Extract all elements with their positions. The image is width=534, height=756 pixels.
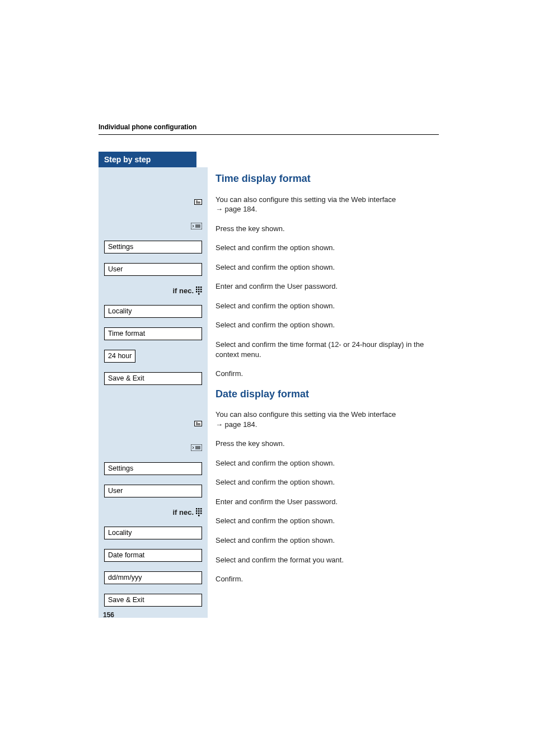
- left-column: SettingsUserif nec.LocalityTime format24…: [99, 167, 208, 618]
- step-description: Select and confirm the option shown.: [216, 536, 439, 546]
- menu-option: Settings: [104, 241, 202, 253]
- if-nec-row: if nec.: [104, 285, 202, 295]
- menu-option: Save & Exit: [104, 594, 202, 607]
- step-description: Select and confirm the option shown.: [216, 477, 439, 487]
- section-label: Individual phone configuration: [99, 123, 439, 134]
- menu-option: 24 hour: [104, 350, 135, 363]
- key-icon-row: [104, 443, 202, 453]
- menu-list-icon: [191, 444, 202, 451]
- step-description: Select and confirm the option shown.: [216, 320, 439, 330]
- section-heading: Time display format: [216, 173, 439, 185]
- menu-option: Save & Exit: [104, 372, 202, 385]
- step-description: Select and confirm the time format (12- …: [216, 340, 439, 359]
- menu-option: Date format: [104, 549, 202, 562]
- content-columns: SettingsUserif nec.LocalityTime format24…: [99, 167, 439, 618]
- menu-option: User: [104, 485, 202, 497]
- step-description: Select and confirm the format you want.: [216, 555, 439, 565]
- step-description: Confirm.: [216, 369, 439, 379]
- section-heading: Date display format: [216, 388, 439, 401]
- spacer: [104, 173, 202, 183]
- step-description: Confirm.: [216, 574, 439, 584]
- right-column: Time display formatYou can also configur…: [208, 167, 439, 618]
- step-description: Press the key shown.: [216, 439, 439, 449]
- web-interface-note: You can also configure this setting via …: [216, 410, 439, 429]
- step-description: Select and confirm the option shown.: [216, 243, 439, 253]
- web-interface-icon: [194, 199, 202, 205]
- step-description: Select and confirm the option shown.: [216, 458, 439, 468]
- menu-option: Locality: [104, 305, 202, 318]
- web-interface-note: You can also configure this setting via …: [216, 195, 439, 214]
- if-nec-prefix: if nec.: [172, 508, 194, 516]
- menu-list-icon: [191, 223, 202, 229]
- menu-option: Settings: [104, 462, 202, 475]
- web-icon-row: [104, 414, 202, 433]
- menu-option: Locality: [104, 527, 202, 539]
- if-nec-row: if nec.: [104, 507, 202, 517]
- key-icon-row: [104, 221, 202, 231]
- if-nec-prefix: if nec.: [172, 287, 194, 295]
- web-interface-icon: [194, 421, 202, 426]
- spacer: [104, 395, 202, 405]
- step-by-step-header: Step by step: [99, 152, 196, 167]
- menu-option: dd/mm/yyy: [104, 571, 202, 584]
- page: Individual phone configuration Step by s…: [0, 0, 534, 756]
- step-description: Press the key shown.: [216, 224, 439, 234]
- running-header: Individual phone configuration: [99, 123, 439, 135]
- step-description: Select and confirm the option shown.: [216, 301, 439, 311]
- keypad-icon: [196, 508, 202, 516]
- step-description: Enter and confirm the User password.: [216, 281, 439, 292]
- menu-option: User: [104, 263, 202, 276]
- keypad-icon: [196, 287, 202, 295]
- step-description: Select and confirm the option shown.: [216, 262, 439, 273]
- menu-option: Time format: [104, 327, 202, 340]
- page-number: 156: [103, 611, 114, 619]
- step-description: Enter and confirm the User password.: [216, 497, 439, 507]
- step-description: Select and confirm the option shown.: [216, 516, 439, 526]
- web-icon-row: [104, 192, 202, 212]
- horizontal-rule: [99, 134, 439, 135]
